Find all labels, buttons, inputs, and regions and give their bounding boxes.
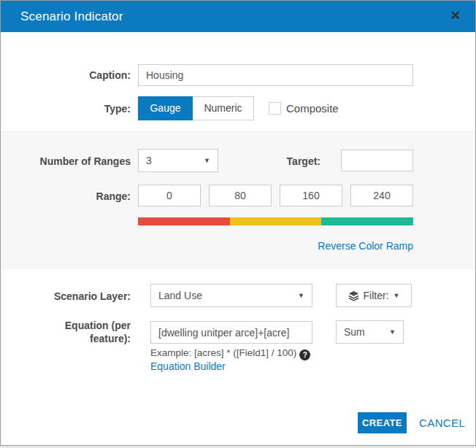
target-label: Target: — [191, 155, 320, 167]
scenario-layer-select[interactable]: Land Use ▼ — [150, 284, 312, 307]
help-icon[interactable]: ? — [299, 349, 310, 360]
equation-label: Equation (per feature): — [1, 319, 131, 345]
color-ramp-segment-red — [138, 217, 230, 225]
range-input-1[interactable] — [209, 185, 272, 206]
type-option-gauge[interactable]: Gauge — [138, 96, 193, 120]
chevron-down-icon: ▼ — [389, 321, 396, 343]
dialog-title: Scenario Indicator — [20, 1, 123, 32]
range-input-3[interactable] — [350, 185, 413, 206]
close-icon[interactable]: ✕ — [450, 1, 461, 32]
scenario-layer-label: Scenario Layer: — [1, 290, 131, 302]
caption-input[interactable] — [138, 64, 413, 86]
equation-label-line2: feature): — [1, 332, 131, 345]
caption-label: Caption: — [1, 69, 131, 81]
equation-example-text: Example: [acres] * ([Field1] / 100) — [150, 347, 296, 358]
color-ramp-segment-teal — [321, 217, 413, 225]
target-input[interactable] — [341, 150, 413, 171]
color-ramp — [138, 217, 413, 225]
reverse-color-ramp-link[interactable]: Reverse Color Ramp — [138, 240, 413, 252]
color-ramp-segment-yellow — [230, 217, 322, 225]
chevron-down-icon: ▼ — [394, 292, 400, 299]
equation-builder-link[interactable]: Equation Builder — [150, 360, 226, 372]
dialog-header: Scenario Indicator ✕ — [1, 1, 475, 32]
filter-dropdown[interactable]: Filter: ▼ — [336, 284, 412, 307]
equation-example: Example: [acres] * ([Field1] / 100)? — [150, 347, 310, 360]
create-button[interactable]: CREATE — [358, 412, 407, 433]
type-option-numeric[interactable]: Numeric — [193, 96, 254, 120]
cancel-button[interactable]: CANCEL — [419, 417, 465, 429]
equation-label-line1: Equation (per — [1, 319, 131, 332]
range-input-2[interactable] — [280, 185, 342, 206]
range-input-0[interactable] — [138, 185, 201, 206]
equation-input[interactable] — [150, 321, 312, 344]
number-of-ranges-value: 3 — [146, 155, 152, 166]
scenario-layer-value: Land Use — [158, 290, 202, 301]
range-label: Range: — [1, 190, 131, 202]
aggregation-value: Sum — [344, 326, 365, 338]
aggregation-select[interactable]: Sum ▼ — [336, 320, 404, 344]
composite-checkbox[interactable] — [269, 102, 281, 115]
type-label: Type: — [1, 103, 131, 115]
chevron-down-icon: ▼ — [298, 285, 304, 306]
layers-icon — [348, 290, 359, 301]
scenario-indicator-dialog: Scenario Indicator ✕ Caption: Type: Gaug… — [0, 0, 476, 446]
composite-label: Composite — [286, 102, 339, 115]
number-of-ranges-label: Number of Ranges — [1, 155, 131, 167]
filter-label: Filter: — [364, 290, 389, 301]
